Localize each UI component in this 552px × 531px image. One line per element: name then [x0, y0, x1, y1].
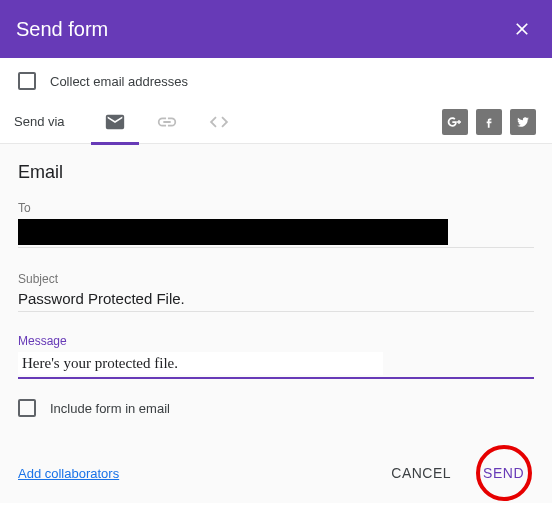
envelope-icon	[104, 111, 126, 133]
subject-field[interactable]: Password Protected File.	[18, 290, 534, 312]
include-form-checkbox[interactable]	[18, 399, 36, 417]
facebook-icon	[482, 115, 496, 129]
message-field-wrap: Here's your protected file.	[18, 352, 534, 379]
subject-label: Subject	[18, 272, 534, 286]
email-panel: Email To Subject Password Protected File…	[0, 144, 552, 457]
link-icon	[156, 111, 178, 133]
send-button-label: SEND	[483, 465, 524, 481]
to-label: To	[18, 201, 534, 215]
gplus-icon	[447, 114, 463, 130]
close-icon[interactable]	[508, 15, 536, 43]
tab-embed[interactable]	[193, 100, 245, 144]
include-form-label: Include form in email	[50, 401, 170, 416]
twitter-icon	[516, 115, 530, 129]
send-button[interactable]: SEND	[473, 457, 534, 489]
share-facebook[interactable]	[476, 109, 502, 135]
dialog-title: Send form	[16, 18, 108, 41]
dialog-footer: Add collaborators CANCEL SEND	[0, 457, 552, 503]
email-heading: Email	[18, 162, 534, 183]
collect-email-label: Collect email addresses	[50, 74, 188, 89]
tab-email[interactable]	[89, 100, 141, 144]
share-google-plus[interactable]	[442, 109, 468, 135]
message-label: Message	[18, 334, 534, 348]
message-field[interactable]: Here's your protected file.	[18, 352, 383, 375]
tab-link[interactable]	[141, 100, 193, 144]
send-via-label: Send via	[14, 114, 65, 129]
include-form-row: Include form in email	[18, 399, 534, 417]
to-field[interactable]	[18, 219, 448, 245]
to-underline	[18, 247, 534, 248]
collect-email-checkbox[interactable]	[18, 72, 36, 90]
collect-email-row: Collect email addresses	[0, 58, 552, 100]
cancel-button[interactable]: CANCEL	[381, 457, 461, 489]
share-twitter[interactable]	[510, 109, 536, 135]
embed-icon	[208, 111, 230, 133]
dialog-header: Send form	[0, 0, 552, 58]
add-collaborators-link[interactable]: Add collaborators	[18, 466, 119, 481]
send-via-row: Send via	[0, 100, 552, 144]
